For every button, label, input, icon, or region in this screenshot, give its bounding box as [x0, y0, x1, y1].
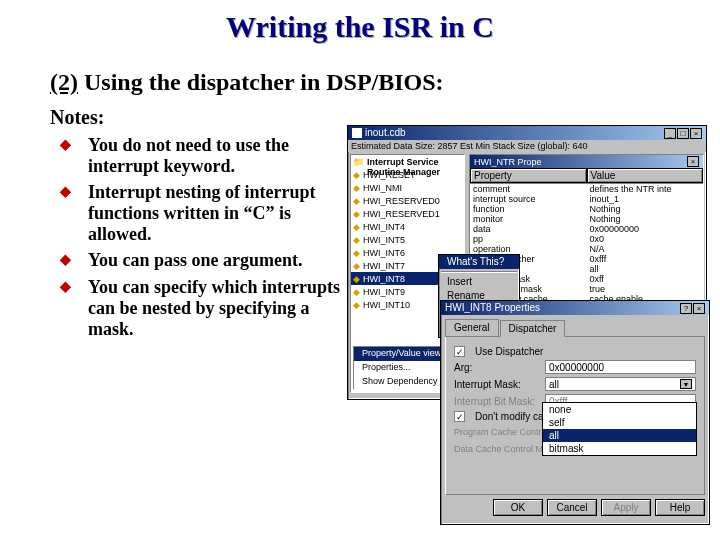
tree-item[interactable]: ◆HWI_RESERVED0 [351, 194, 464, 207]
use-dispatcher-label: Use Dispatcher [475, 346, 543, 357]
subtitle-rest: Using the dispatcher in DSP/BIOS: [78, 69, 444, 95]
note-item: You can specify which interrupts can be … [60, 277, 340, 339]
dont-modify-checkbox[interactable]: ✓ [454, 411, 465, 422]
arg-label: Arg: [454, 362, 539, 373]
maximize-button[interactable]: □ [677, 128, 689, 139]
ctx-insert[interactable]: Insert [439, 275, 519, 289]
diamond-icon: ◆ [353, 261, 360, 271]
whats-this-button[interactable]: What's This? [439, 255, 519, 269]
mask-option[interactable]: self [543, 416, 696, 429]
tree-item[interactable]: ◆HWI_INT4 [351, 220, 464, 233]
slide-title: Writing the ISR in C [0, 10, 720, 44]
mask-option[interactable]: none [543, 403, 696, 416]
diamond-icon: ◆ [353, 287, 360, 297]
prop-row[interactable]: pp0x0 [470, 234, 703, 244]
dialog-help-button[interactable]: ? [680, 303, 692, 314]
prop-row[interactable]: commentdefines the NTR inte [470, 184, 703, 194]
diamond-icon: ◆ [353, 196, 360, 206]
main-window-title: inout.cdb [365, 126, 406, 140]
tree-item[interactable]: ◆HWI_RESERVED1 [351, 207, 464, 220]
diamond-icon: ◆ [353, 222, 360, 232]
prop-row[interactable]: functionNothing [470, 204, 703, 214]
slide-subtitle: (2) Using the dispatcher in DSP/BIOS: [50, 69, 720, 96]
dialog-title: HWI_INT8 Properties [445, 301, 540, 315]
note-item: Interrupt nesting of interrupt functions… [60, 182, 340, 244]
dialog-close-button[interactable]: × [693, 303, 705, 314]
mask-option[interactable]: bitmask [543, 442, 696, 455]
diamond-icon: ◆ [353, 209, 360, 219]
diamond-icon: ◆ [353, 274, 360, 284]
tab-general[interactable]: General [445, 319, 499, 336]
tree-item[interactable]: ◆HWI_INT5 [351, 233, 464, 246]
diamond-icon: ◆ [353, 183, 360, 193]
close-button[interactable]: × [690, 128, 702, 139]
apply-button[interactable]: Apply [601, 499, 651, 516]
prop-row[interactable]: operationN/A [470, 244, 703, 254]
col-value[interactable]: Value [587, 168, 704, 183]
arg-field[interactable]: 0x00000000 [545, 360, 696, 374]
diamond-icon: ◆ [353, 248, 360, 258]
subtitle-prefix: (2) [50, 69, 78, 95]
ok-button[interactable]: OK [493, 499, 543, 516]
dialog-titlebar: HWI_INT8 Properties ? × [441, 301, 709, 315]
note-item: You can pass one argument. [60, 250, 340, 271]
prop-close-button[interactable]: × [687, 156, 699, 167]
help-button[interactable]: Help [655, 499, 705, 516]
mask-option-selected[interactable]: all [543, 429, 696, 442]
main-window-titlebar: inout.cdb _ □ × [348, 126, 706, 140]
app-icon [352, 128, 362, 138]
minimize-button[interactable]: _ [664, 128, 676, 139]
cancel-button[interactable]: Cancel [547, 499, 597, 516]
prop-row[interactable]: interrupt sourceinout_1 [470, 194, 703, 204]
notes-list: You do not need to use the interrupt key… [60, 135, 340, 339]
prop-row[interactable]: data0x00000000 [470, 224, 703, 234]
interrupt-mask-label: Interrupt Mask: [454, 379, 539, 390]
tree-item[interactable]: ◆HWI_NMI [351, 181, 464, 194]
tab-dispatcher[interactable]: Dispatcher [500, 320, 566, 337]
prop-row[interactable]: monitorNothing [470, 214, 703, 224]
mask-dropdown-list: none self all bitmask [542, 402, 697, 456]
diamond-icon: ◆ [353, 235, 360, 245]
use-dispatcher-row: ✓ Use Dispatcher [454, 346, 696, 357]
tab-row: General Dispatcher [445, 319, 705, 337]
prop-titlebar: HWI_NTR Prope × [470, 155, 703, 168]
folder-icon: 📁 [353, 157, 364, 167]
col-property[interactable]: Property [470, 168, 587, 183]
tree-root[interactable]: 📁HWI - Hardware Interrupt Service Routin… [351, 155, 464, 168]
diamond-icon: ◆ [353, 300, 360, 310]
chevron-down-icon[interactable]: ▼ [680, 379, 692, 389]
interrupt-mask-select[interactable]: all▼ [545, 377, 696, 391]
status-line: Estimated Data Size: 2857 Est Min Stack … [348, 140, 706, 152]
use-dispatcher-checkbox[interactable]: ✓ [454, 346, 465, 357]
note-item: You do not need to use the interrupt key… [60, 135, 340, 176]
diamond-icon: ◆ [353, 170, 360, 180]
properties-dialog: HWI_INT8 Properties ? × General Dispatch… [440, 300, 710, 525]
bitmask-label: Interrupt Bit Mask: [454, 396, 539, 407]
